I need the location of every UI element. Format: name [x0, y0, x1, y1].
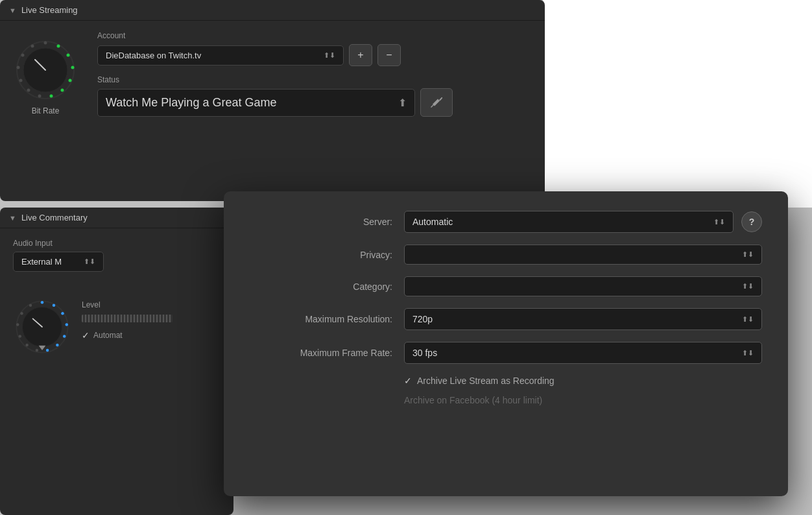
max-resolution-select[interactable]: 720p ⬆⬇: [404, 308, 762, 330]
live-streaming-panel: ▼ Live Streaming: [0, 0, 545, 201]
category-row: Category: ⬆⬇: [250, 276, 762, 296]
svg-point-25: [25, 344, 29, 347]
archive-checkmark: ✓: [404, 376, 412, 386]
svg-point-10: [19, 79, 23, 82]
panel-title: Live Streaming: [21, 5, 78, 15]
account-select[interactable]: DieDatabase on Twitch.tv ⬆⬇: [97, 45, 344, 66]
svg-marker-32: [39, 346, 46, 350]
tools-button[interactable]: [420, 88, 453, 117]
category-arrows: ⬆⬇: [742, 282, 754, 291]
privacy-label: Privacy:: [250, 250, 392, 260]
settings-popup: Server: Automatic ⬆⬇ ? Privacy: ⬆⬇ Categ…: [224, 191, 788, 496]
privacy-arrows: ⬆⬇: [742, 250, 754, 259]
svg-point-5: [69, 79, 72, 82]
status-row: Watch Me Playing a Great Game ⬆: [97, 88, 532, 117]
server-select[interactable]: Automatic ⬆⬇: [404, 211, 734, 233]
account-arrows: ⬆⬇: [324, 51, 335, 60]
svg-point-1: [44, 42, 47, 45]
svg-point-22: [56, 344, 59, 347]
account-label: Account: [97, 31, 532, 40]
svg-point-11: [17, 66, 20, 69]
svg-point-27: [16, 323, 19, 326]
upload-icon: ⬆: [398, 97, 407, 109]
level-label: Level: [82, 300, 173, 309]
audio-input-value: External M: [21, 257, 62, 267]
svg-point-29: [29, 304, 32, 307]
svg-point-9: [27, 89, 30, 92]
level-slider[interactable]: [82, 315, 173, 322]
commentary-body: Audio Input External M ⬆⬇: [0, 228, 233, 366]
audio-input-label: Audio Input: [13, 239, 221, 248]
status-value: Watch Me Playing a Great Game: [106, 96, 276, 110]
category-label: Category:: [250, 281, 392, 292]
svg-point-24: [36, 349, 39, 352]
max-framerate-arrows: ⬆⬇: [742, 349, 754, 357]
svg-point-23: [46, 349, 49, 352]
account-row: DieDatabase on Twitch.tv ⬆⬇ + −: [97, 44, 532, 66]
svg-point-26: [19, 335, 22, 338]
white-background: [543, 0, 812, 208]
server-value: Automatic: [412, 217, 453, 227]
panel-body: Bit Rate Account DieDatabase on Twitch.t…: [0, 21, 545, 136]
archive-fb-label: Archive on Facebook (4 hour limit): [404, 395, 542, 405]
audio-input-select[interactable]: External M ⬆⬇: [13, 252, 104, 272]
max-resolution-arrows: ⬆⬇: [742, 315, 754, 324]
help-button[interactable]: ?: [741, 211, 762, 232]
status-group: Status Watch Me Playing a Great Game ⬆: [97, 75, 532, 117]
max-resolution-label: Maximum Resolution:: [250, 314, 392, 324]
max-framerate-label: Maximum Frame Rate:: [250, 348, 392, 358]
archive-fb-row: Archive on Facebook (4 hour limit): [250, 395, 762, 405]
archive-label: Archive Live Stream as Recording: [417, 376, 555, 386]
server-row: Server: Automatic ⬆⬇ ?: [250, 211, 762, 233]
privacy-row: Privacy: ⬆⬇: [250, 245, 762, 265]
commentary-header: ▼ Live Commentary: [0, 208, 233, 228]
commentary-collapse-triangle[interactable]: ▼: [9, 214, 16, 222]
svg-point-7: [50, 95, 53, 98]
svg-point-21: [63, 335, 66, 338]
wrench-icon: [429, 95, 444, 110]
svg-point-4: [71, 66, 75, 69]
audio-input-arrows: ⬆⬇: [84, 258, 95, 266]
status-label: Status: [97, 75, 532, 84]
level-controls: Level ✓ Automat: [82, 300, 173, 341]
auto-checkmark: ✓: [82, 330, 90, 341]
svg-point-20: [66, 323, 69, 326]
svg-point-17: [41, 301, 44, 304]
collapse-triangle[interactable]: ▼: [9, 6, 16, 14]
level-knob[interactable]: [13, 298, 71, 356]
bitrate-knob[interactable]: [13, 38, 78, 102]
add-account-btn[interactable]: +: [349, 44, 372, 66]
panel-header: ▼ Live Streaming: [0, 0, 545, 21]
audio-input-group: Audio Input External M ⬆⬇: [13, 239, 221, 272]
account-group: Account DieDatabase on Twitch.tv ⬆⬇ + −: [97, 31, 532, 66]
fields-container: Account DieDatabase on Twitch.tv ⬆⬇ + − …: [97, 31, 532, 126]
remove-account-btn[interactable]: −: [377, 44, 401, 66]
status-input[interactable]: Watch Me Playing a Great Game ⬆: [97, 89, 415, 117]
svg-point-13: [31, 45, 34, 48]
svg-point-6: [61, 89, 64, 92]
svg-point-8: [38, 95, 42, 98]
svg-point-19: [61, 312, 64, 315]
svg-point-18: [53, 304, 56, 307]
archive-row[interactable]: ✓ Archive Live Stream as Recording: [250, 376, 762, 386]
max-resolution-row: Maximum Resolution: 720p ⬆⬇: [250, 308, 762, 330]
svg-point-12: [21, 54, 25, 57]
max-framerate-select[interactable]: 30 fps ⬆⬇: [404, 342, 762, 364]
auto-checkbox[interactable]: ✓ Automat: [82, 330, 173, 341]
bitrate-knob-container: Bit Rate: [13, 38, 78, 126]
live-commentary-panel: ▼ Live Commentary Audio Input External M…: [0, 208, 233, 515]
max-framerate-row: Maximum Frame Rate: 30 fps ⬆⬇: [250, 342, 762, 364]
svg-point-2: [57, 45, 60, 48]
max-resolution-value: 720p: [412, 314, 433, 324]
server-label: Server:: [250, 217, 392, 227]
auto-label: Automat: [93, 331, 123, 340]
svg-point-28: [20, 312, 23, 315]
svg-point-3: [67, 54, 70, 57]
commentary-title: Live Commentary: [21, 213, 88, 222]
privacy-select[interactable]: ⬆⬇: [404, 245, 762, 265]
account-value: DieDatabase on Twitch.tv: [106, 51, 201, 60]
category-select[interactable]: ⬆⬇: [404, 276, 762, 296]
max-framerate-value: 30 fps: [412, 348, 437, 358]
bitrate-knob-label: Bit Rate: [32, 106, 60, 115]
server-arrows: ⬆⬇: [713, 218, 725, 226]
